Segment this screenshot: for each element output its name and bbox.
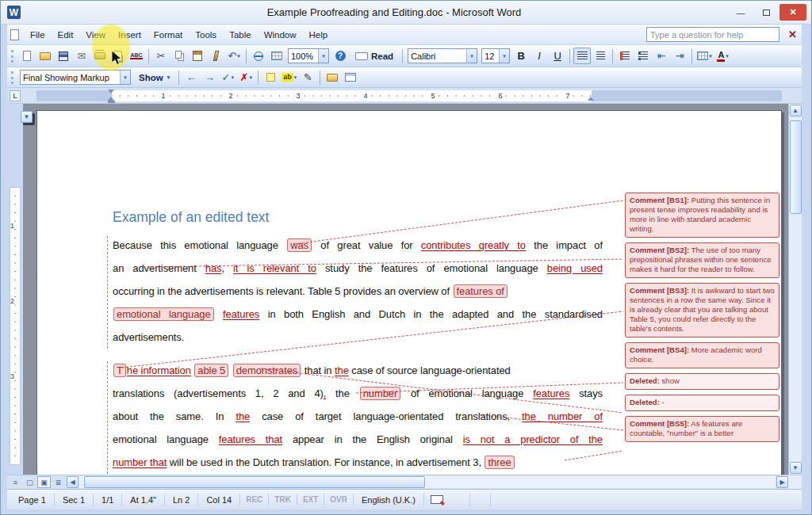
document-workspace: 123 Example of an edited textBecause thi… [7,104,802,475]
deleted-balloon[interactable]: Deleted: - [625,395,779,411]
horizontal-ruler[interactable]: 1234567 [23,88,802,103]
insert-table-icon[interactable] [268,48,285,64]
tab-selector[interactable]: L [7,88,23,103]
zoom-select[interactable]: 100%▾ [288,48,329,63]
web-layout-view-button[interactable]: ▢ [23,476,36,488]
menu-edit[interactable]: Edit [52,28,80,42]
normal-view-button[interactable]: ≡ [9,476,22,488]
menu-table[interactable]: Table [223,28,258,42]
save-icon[interactable] [55,48,72,64]
left-indent-marker[interactable] [108,101,115,103]
status-mode-ext[interactable]: EXT [297,494,324,505]
undo-icon[interactable]: ↶▾ [225,48,243,64]
minimize-button[interactable]: — [729,4,753,21]
menu-window[interactable]: Window [258,28,303,42]
close-button[interactable]: ✕ [779,4,806,21]
reviewing-pane-icon[interactable] [342,69,359,86]
read-button[interactable]: Read [350,48,399,64]
comment-balloon[interactable]: Comment [BS2]: The use of too many prepo… [625,242,779,278]
vertical-scroll-thumb[interactable] [790,120,802,214]
accept-change-icon[interactable]: ✓▾ [219,69,236,86]
scroll-right-icon[interactable]: ▶ [776,476,788,488]
scroll-down-icon[interactable]: ▼ [790,462,802,474]
right-indent-marker[interactable] [588,93,594,101]
reject-change-icon[interactable]: ✗▾ [237,69,255,86]
close-document-icon[interactable]: ✕ [788,29,797,40]
decrease-indent-button[interactable]: ⇤ [653,48,670,64]
comment-balloon[interactable]: Comment [BS4]: More academic word choice… [625,342,779,368]
chevron-down-icon[interactable]: ▾ [120,71,130,84]
comment-balloon[interactable]: Comment [BS1]: Putting this sentence in … [625,193,779,238]
toolbar-grip[interactable] [11,50,14,63]
comment-balloon[interactable]: Comment [BS5]: As features are countable… [625,416,779,442]
ruler-row: L 1234567 [7,88,802,104]
spelling-status-icon[interactable] [431,495,443,504]
help-question-input[interactable] [646,27,779,42]
show-menu-button[interactable]: Show▾ [133,69,175,86]
align-left-button[interactable] [573,48,591,64]
copy-icon[interactable] [170,48,188,64]
font-color-button[interactable]: A▾ [714,48,732,64]
maximize-button[interactable] [754,4,778,21]
scroll-left-icon[interactable]: ◀ [67,476,79,488]
hyperlink-icon[interactable] [250,48,267,64]
increase-indent-button[interactable]: ⇥ [671,48,688,64]
body-text: the [326,387,358,399]
horizontal-scroll-track[interactable] [79,476,776,488]
document-page[interactable]: Example of an edited textBecause this em… [36,110,782,475]
menu-tools[interactable]: Tools [189,28,223,42]
outline-view-button[interactable]: ≣ [52,476,65,488]
open-icon[interactable] [36,48,54,64]
body-text: of great value for [312,239,421,251]
toolbar-grip[interactable] [11,71,14,84]
menu-help[interactable]: Help [303,28,335,42]
font-select[interactable]: Calibri▾ [408,48,477,63]
print-layout-view-button[interactable]: ▣ [37,476,51,488]
help-icon[interactable]: ? [331,48,349,64]
previous-change-icon[interactable]: ← [182,69,200,86]
chevron-down-icon[interactable]: ▾ [318,49,328,63]
spelling-icon[interactable]: ABC [128,48,145,64]
vertical-ruler[interactable]: 123 [7,104,23,475]
menu-format[interactable]: Format [147,28,189,42]
status-mode-trk[interactable]: TRK [269,494,297,505]
cut-icon[interactable]: ✂ [152,48,170,64]
next-page-icon[interactable]: ▼ [21,111,33,123]
scroll-up-icon[interactable]: ▲ [790,105,802,116]
border-button[interactable]: ▾ [695,48,714,64]
vertical-scroll-track[interactable] [790,117,802,461]
chevron-down-icon[interactable]: ▾ [466,49,477,63]
status-cell [470,494,491,506]
italic-button[interactable]: I [530,48,548,64]
new-document-icon[interactable] [18,48,36,64]
hanging-indent-marker[interactable] [108,93,114,101]
vertical-scrollbar[interactable]: ▲ ▼ ▲ ● ▼ [788,104,802,475]
align-center-button[interactable] [592,48,609,64]
inserted-text: it is relevant to [233,262,316,274]
highlight-icon[interactable]: ab▾ [280,69,298,86]
ruler-number: 4 [362,92,370,100]
status-mode-rec[interactable]: REC [240,494,269,505]
font-size-select[interactable]: 12▾ [481,48,510,63]
next-change-icon[interactable]: → [201,69,218,86]
insert-comment-icon[interactable] [262,69,279,86]
status-field: Ln 2 [165,494,198,506]
bold-button[interactable]: B [512,48,530,64]
horizontal-scroll-thumb[interactable] [84,476,425,488]
numbering-button[interactable] [616,48,634,64]
display-for-review-select[interactable]: Final Showing Markup▾ [20,70,131,85]
send-for-review-icon[interactable] [324,69,341,86]
paste-icon[interactable] [189,48,206,64]
status-mode-ovr[interactable]: OVR [324,494,354,505]
text-line: occurring in the advertisements is relev… [113,280,603,303]
bullets-button[interactable] [634,48,652,64]
comment-balloon[interactable]: Comment [BS3]: It is awkward to start tw… [625,283,779,338]
deleted-balloon[interactable]: Deleted: show [625,373,779,390]
menu-file[interactable]: File [24,28,52,42]
underline-button[interactable]: U [549,48,566,64]
ruler-number: 3 [10,373,14,380]
chevron-down-icon[interactable]: ▾ [499,49,509,63]
track-changes-icon[interactable]: ✎ [299,69,316,86]
format-painter-icon[interactable] [207,48,224,64]
email-icon[interactable]: ✉ [73,48,90,64]
